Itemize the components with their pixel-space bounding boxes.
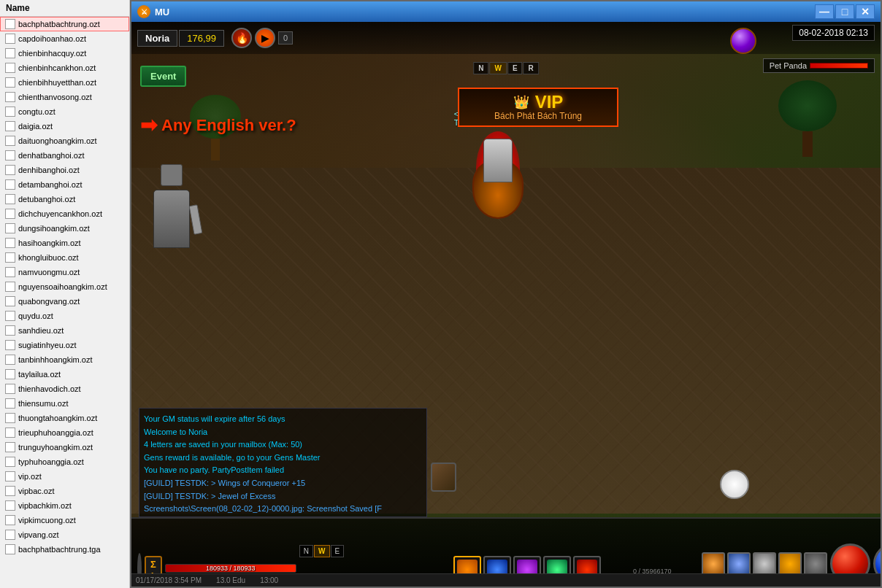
compass-n[interactable]: N [473,62,488,74]
file-item[interactable]: daituonghoangkim.ozt [0,134,129,148]
file-item[interactable]: capdoihoanhao.ozt [0,31,129,46]
icon-play[interactable]: ▶ [255,28,275,48]
file-item[interactable]: sanhdieu.ozt [0,323,129,338]
compass: N W E R [473,62,539,74]
compass-w[interactable]: W [489,62,506,74]
file-item[interactable]: congtu.ozt [0,104,129,119]
file-item[interactable]: bachphatbachtrung.ozt [0,17,129,31]
file-icon [5,413,15,423]
file-icon [5,179,15,190]
file-list: bachphatbachtrung.oztcapdoihoanhao.oztch… [0,17,129,557]
file-item[interactable]: trieuphuhoanggia.ozt [0,425,129,440]
file-icon [5,165,15,175]
file-item[interactable]: taylailua.ozt [0,367,129,382]
chat-box: Your GM status will expire after 56 days… [139,408,427,517]
file-icon [5,325,15,336]
file-label: vipkimcuong.ozt [18,516,76,525]
character-level: 176,99 [179,30,224,47]
file-item[interactable]: nguyensoaihoangkim.ozt [0,279,129,294]
file-item[interactable]: quydu.ozt [0,309,129,323]
file-item[interactable]: dungsihoangkim.ozt [0,221,129,236]
vip-label: VIP [535,93,564,111]
file-label: daigia.ozt [18,122,53,131]
file-item[interactable]: daigia.ozt [0,119,129,134]
event-button[interactable]: Event [140,66,186,87]
file-item[interactable]: vipbachkim.ozt [0,498,129,513]
file-item[interactable]: detubanghoi.ozt [0,192,129,206]
utility-icon-2[interactable] [727,552,751,576]
file-label: vip.ozt [18,472,42,481]
file-item[interactable]: namvuongmu.ozt [0,265,129,279]
game-window: ⚔ MU — □ ✕ Noria 176,99 🔥 ▶ 0 [130,0,882,588]
file-item[interactable]: chienbinhacquy.ozt [0,46,129,61]
file-item[interactable]: vipbac.ozt [0,484,129,498]
icon-red[interactable]: 🔥 [231,28,252,48]
file-label: quydu.ozt [18,312,53,320]
player-armor [483,139,513,182]
file-icon [5,515,15,525]
file-item[interactable]: khongluibuoc.ozt [0,250,129,265]
bottom-compass-w[interactable]: W [314,545,329,557]
file-item[interactable]: thienhavodich.ozt [0,382,129,396]
file-item[interactable]: chienbihhuyetthan.ozt [0,75,129,90]
file-icon [5,282,15,292]
utility-icon-1[interactable] [702,552,725,576]
maximize-button[interactable]: □ [835,4,854,19]
file-icon [5,340,15,350]
file-icon [5,544,15,554]
pet-health-fill [810,63,867,68]
chat-line: 4 letters are saved in your mailbox (Max… [144,438,422,452]
file-label: chienbihhuyetthan.ozt [18,78,96,87]
compass-r[interactable]: R [524,62,539,74]
file-label: namvuongmu.ozt [18,268,80,276]
close-button[interactable]: ✕ [856,4,875,19]
compass-e[interactable]: E [507,62,523,74]
file-item[interactable]: vipkimcuong.ozt [0,513,129,527]
barrel-decoration [431,463,456,492]
file-icon [5,500,15,511]
top-hud: Noria 176,99 🔥 ▶ 0 [131,22,881,54]
file-item[interactable]: quabongvang.ozt [0,294,129,309]
file-icon [5,107,15,117]
file-label: quabongvang.ozt [18,297,80,306]
file-icon [5,121,15,131]
file-label: chienbinhcankhon.ozt [18,63,96,72]
utility-icon-4[interactable] [778,552,802,576]
file-item[interactable]: typhuhoanggia.ozt [0,454,129,469]
file-icon [5,369,15,379]
hp-bar-row: 180933 / 180933 [165,564,296,573]
bottom-compass-n[interactable]: N [299,545,313,557]
pet-info: Pet Panda [763,58,875,73]
file-item[interactable]: vip.ozt [0,469,129,484]
file-item[interactable]: chienthanvosong.ozt [0,90,129,104]
file-icon [5,136,15,146]
file-item[interactable]: vipvang.ozt [0,527,129,542]
bottom-compass: N W E [299,545,344,557]
vip-banner: 👑 VIP Bách Phát Bách Trúng [458,88,618,127]
utility-icon-5[interactable] [804,552,827,576]
file-item[interactable]: bachphatbachtrung.tga [0,542,129,557]
file-item[interactable]: thiensumu.ozt [0,396,129,411]
bottom-compass-e[interactable]: E [331,545,345,557]
file-item[interactable]: trunguyhoangkim.ozt [0,440,129,454]
file-item[interactable]: detambanghoi.ozt [0,177,129,192]
red-arrow-icon: ➡ [140,113,157,137]
file-item[interactable]: denhatbanghoi.ozt [0,148,129,163]
file-item[interactable]: sugiatinhyeu.ozt [0,338,129,352]
minimize-button[interactable]: — [815,4,834,19]
file-item[interactable]: hasihoangkim.ozt [0,236,129,250]
window-title: MU [155,7,813,18]
file-icon [5,238,15,248]
file-label: chienbinhacquy.ozt [18,49,86,58]
file-icon [5,398,15,409]
file-item[interactable]: tanbinhhoangkim.ozt [0,352,129,367]
file-item[interactable]: thuongtahoangkim.ozt [0,411,129,425]
file-item[interactable]: dichchuyencankhon.ozt [0,206,129,221]
file-item[interactable]: denhibanghoi.ozt [0,163,129,177]
chat-line: [GUILD] TESTDK: > Wings of Conqueror +15 [144,477,422,490]
file-item[interactable]: chienbinhcankhon.ozt [0,61,129,75]
utility-icon-3[interactable] [753,552,776,576]
tree-right [778,80,837,157]
game-content: Noria 176,99 🔥 ▶ 0 08-02-2018 02:13 Pet … [131,22,881,587]
file-label: hasihoangkim.ozt [18,239,81,247]
